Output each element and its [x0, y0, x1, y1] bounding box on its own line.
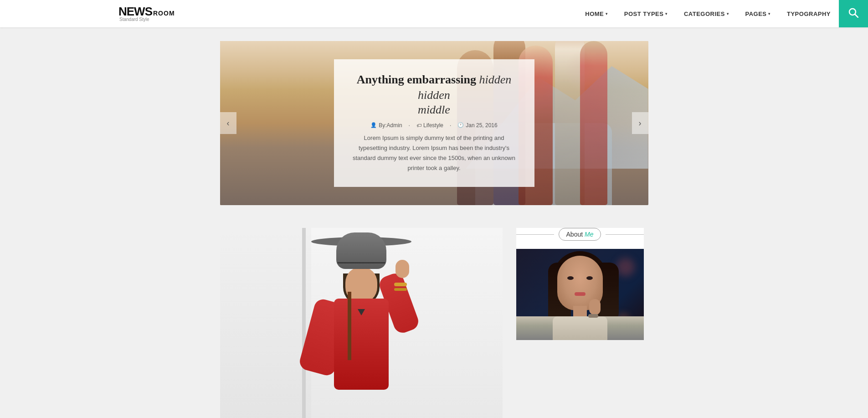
- chevron-right-icon: ›: [639, 119, 642, 128]
- logo-tagline: Standard Style: [119, 17, 175, 22]
- user-icon: 👤: [370, 122, 377, 128]
- nav-home[interactable]: HOME ▾: [577, 0, 616, 27]
- tag-icon: 🏷: [416, 123, 421, 128]
- search-button[interactable]: [839, 0, 868, 27]
- slider-prev-button[interactable]: ‹: [220, 112, 236, 134]
- svg-line-1: [855, 14, 858, 17]
- hero-separator-2: ·: [450, 122, 451, 129]
- about-me-italic-label: Me: [585, 231, 593, 238]
- main-nav: HOME ▾ POST TYPES ▾ CATEGORIES ▾ PAGES ▾…: [577, 0, 868, 27]
- nav-post-types-arrow: ▾: [665, 12, 668, 16]
- about-me-header: About Me: [516, 228, 644, 241]
- about-me-right-line: [606, 234, 643, 235]
- slider-next-button[interactable]: ›: [632, 112, 648, 134]
- about-me-photo: [516, 249, 644, 340]
- about-me-left-line: [516, 234, 554, 235]
- hero-date: 🕐 Jan 25, 2016: [457, 122, 497, 129]
- nav-pages[interactable]: PAGES ▾: [737, 0, 779, 27]
- sidebar: About Me: [516, 228, 644, 340]
- about-me-badge: About Me: [559, 228, 601, 241]
- main-content: [220, 228, 503, 418]
- clock-icon: 🕐: [457, 122, 464, 128]
- nav-categories-arrow: ▾: [727, 12, 729, 16]
- site-header: NEWS ROOM Standard Style HOME ▾ POST TYP…: [0, 0, 868, 27]
- hero-author: 👤 By:Admin: [370, 122, 402, 129]
- hero-meta: 👤 By:Admin · 🏷 Lifestyle · 🕐 Jan 25, 201…: [352, 122, 516, 129]
- hero-title-italic-word: hidden: [418, 88, 450, 102]
- search-icon: [848, 8, 858, 20]
- logo-room: ROOM: [153, 10, 175, 16]
- nav-post-types[interactable]: POST TYPES ▾: [616, 0, 676, 27]
- chevron-left-icon: ‹: [227, 119, 230, 128]
- fashion-card[interactable]: [220, 228, 503, 418]
- hero-title-bold: Anything embarrassing: [357, 73, 476, 86]
- hero-category: 🏷 Lifestyle: [416, 122, 443, 129]
- hero-separator-1: ·: [409, 122, 410, 129]
- nav-pages-arrow: ▾: [768, 12, 770, 16]
- about-me-widget: About Me: [516, 228, 644, 340]
- site-logo[interactable]: NEWS ROOM Standard Style: [118, 5, 175, 22]
- hero-overlay: Anything embarrassing hidden hidden midd…: [334, 59, 534, 187]
- nav-typography[interactable]: TYPOGRAPHY: [779, 0, 839, 27]
- content-area: About Me: [220, 228, 648, 418]
- nav-categories[interactable]: CATEGORIES ▾: [676, 0, 737, 27]
- hero-slider: ‹ Anything embarrassing hidden hidden mi…: [220, 41, 648, 205]
- nav-home-arrow: ▾: [606, 12, 608, 16]
- logo-news: NEWS: [118, 5, 152, 17]
- hero-description: Lorem Ipsum is simply dummy text of the …: [352, 133, 516, 173]
- hero-title-italic: hidden: [479, 73, 511, 86]
- hero-title-second: middle: [418, 103, 450, 116]
